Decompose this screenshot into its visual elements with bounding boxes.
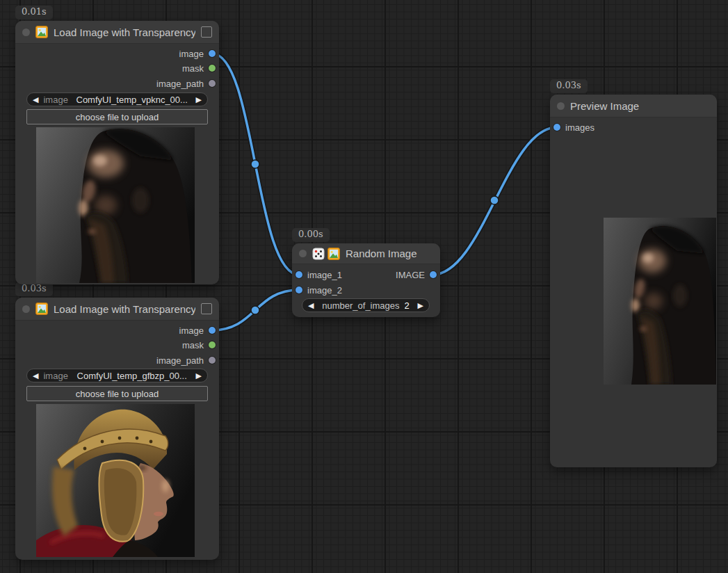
combo-next-icon[interactable]: ▶ — [196, 372, 202, 380]
port-label: mask — [182, 340, 204, 350]
node-title: Random Image — [346, 248, 417, 259]
combo-prev-icon[interactable]: ◀ — [33, 372, 38, 380]
output-dot-image-path[interactable] — [209, 80, 216, 87]
node-header[interactable]: Load Image with Transparency — [15, 21, 219, 44]
combo-label: image — [43, 371, 67, 381]
node-header[interactable]: Load Image with Transparency — [15, 298, 219, 321]
port-label: mask — [182, 63, 204, 74]
input-port-image-2: image_2 — [296, 284, 342, 296]
port-label: image_path — [156, 79, 204, 89]
output-port-image-path: image_path — [156, 354, 216, 366]
input-dot-image-1[interactable] — [296, 271, 302, 278]
port-label: image_1 — [307, 270, 342, 280]
output-port-image-path: image_path — [156, 77, 216, 90]
picture-icon — [35, 26, 48, 38]
link-midpoint-handle[interactable] — [251, 160, 259, 168]
exec-time-badge-random: 0.00s — [292, 228, 330, 242]
port-label: image_2 — [307, 285, 342, 296]
node-load-image-bottom[interactable]: Load Image with Transparency image mask … — [15, 298, 219, 560]
input-port-images: images — [553, 121, 594, 134]
collapse-dot[interactable] — [557, 102, 565, 110]
exec-time-badge-preview: 0.03s — [550, 79, 588, 93]
collapse-dot[interactable] — [22, 305, 30, 313]
output-dot-image[interactable] — [209, 327, 216, 334]
exec-time-badge-load2: 0.03s — [15, 282, 53, 296]
image-combo-widget[interactable]: ◀ image ComfyUI_temp_vpknc_00... ▶ — [26, 92, 208, 106]
node-checkbox[interactable] — [201, 303, 212, 314]
node-checkbox[interactable] — [201, 26, 212, 38]
link-midpoint-handle[interactable] — [490, 196, 499, 204]
node-preview-photo-roman-soldier — [36, 404, 195, 557]
picture-icon — [35, 302, 48, 315]
output-dot-mask[interactable] — [209, 341, 216, 348]
port-label: images — [565, 122, 594, 133]
preview-photo-bearded-man — [604, 218, 716, 385]
image-combo-widget[interactable]: ◀ image ComfyUI_temp_gfbzp_00... ▶ — [26, 369, 208, 382]
output-port-image: image — [179, 324, 216, 337]
output-dot-image-path[interactable] — [209, 357, 216, 364]
node-header[interactable]: Preview Image — [550, 95, 717, 118]
output-dot-image[interactable] — [209, 50, 216, 57]
output-port-mask: mask — [182, 62, 216, 74]
dice-icon — [312, 248, 325, 260]
widget-label: number_of_images — [322, 300, 399, 311]
output-dot-image[interactable] — [430, 271, 437, 278]
number-of-images-widget[interactable]: ◀ number_of_images 2 ▶ — [302, 298, 430, 312]
link-midpoint-handle[interactable] — [251, 306, 259, 314]
combo-next-icon[interactable]: ▶ — [196, 96, 202, 104]
increment-icon[interactable]: ▶ — [418, 302, 423, 309]
output-port-image: IMAGE — [396, 268, 437, 281]
combo-value: ComfyUI_temp_vpknc_00... — [68, 95, 196, 105]
combo-prev-icon[interactable]: ◀ — [33, 96, 38, 104]
output-dot-mask[interactable] — [209, 65, 216, 72]
node-load-image-top[interactable]: Load Image with Transparency image mask … — [15, 21, 219, 284]
port-label: IMAGE — [396, 270, 425, 280]
output-port-mask: mask — [182, 339, 216, 351]
port-label: image — [179, 325, 204, 336]
combo-value: ComfyUI_temp_gfbzp_00... — [68, 371, 196, 381]
decrement-icon[interactable]: ◀ — [308, 302, 314, 309]
input-dot-image-2[interactable] — [296, 286, 302, 293]
node-preview-photo-bearded-man — [36, 127, 195, 283]
output-port-image: image — [179, 47, 216, 60]
node-preview-image[interactable]: Preview Image images — [550, 95, 717, 467]
node-header[interactable]: Random Image — [292, 243, 440, 264]
choose-file-button[interactable]: choose file to upload — [26, 109, 208, 124]
input-dot-images[interactable] — [553, 124, 560, 131]
choose-file-button[interactable]: choose file to upload — [26, 386, 208, 401]
combo-label: image — [43, 95, 67, 105]
port-label: image_path — [156, 355, 204, 366]
node-title: Load Image with Transparency — [54, 26, 195, 38]
node-random-image[interactable]: Random Image image_1 image_2 IMAGE ◀ num… — [292, 243, 440, 317]
collapse-dot[interactable] — [22, 29, 30, 36]
picture-icon — [327, 248, 340, 260]
widget-value: 2 — [405, 300, 410, 311]
node-title: Load Image with Transparency — [54, 303, 195, 315]
exec-time-badge-load1: 0.01s — [15, 6, 53, 19]
input-port-image-1: image_1 — [296, 268, 342, 281]
node-title: Preview Image — [570, 100, 639, 112]
port-label: image — [179, 49, 204, 59]
collapse-dot[interactable] — [299, 250, 307, 257]
comfyui-node-canvas[interactable]: { "colors": { "canvas_bg": "#242424", "n… — [0, 0, 728, 573]
